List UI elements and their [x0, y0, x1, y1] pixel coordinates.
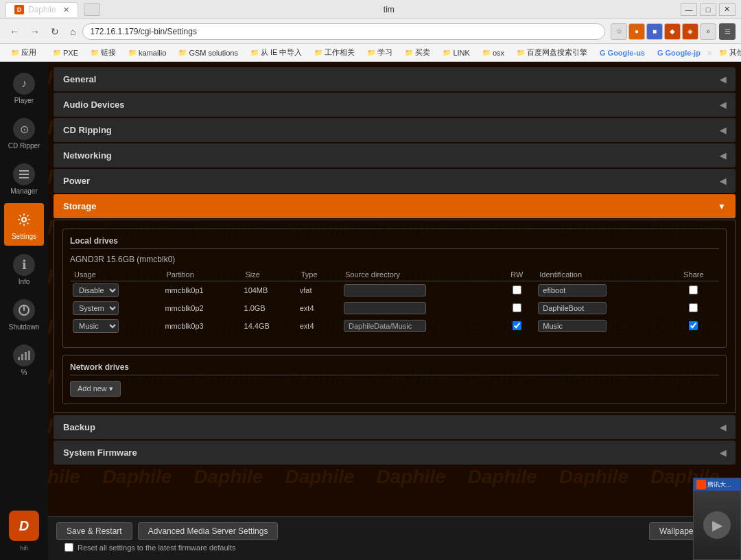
cd-arrow-icon: ◀: [720, 126, 726, 135]
sidebar: ♪ Player ⊙ CD Ripper Manager Settings ℹ …: [0, 62, 48, 560]
table-row: Disable System Music mmcblk0p3 14.4GB ex…: [70, 317, 719, 335]
section-general[interactable]: General ◀: [54, 67, 736, 91]
bookmarks-bar: 应用 PXE 链接 kamailio GSM solutions 从 IE 中导…: [0, 44, 741, 62]
sidebar-item-stats[interactable]: %: [4, 339, 44, 382]
bookmark-google-us[interactable]: G Google-us: [594, 47, 650, 58]
th-id: Identification: [535, 268, 668, 281]
back-btn[interactable]: ←: [5, 25, 23, 38]
bookmark-link[interactable]: LINK: [437, 47, 475, 58]
bookmark-buy[interactable]: 买卖: [399, 46, 436, 59]
advanced-media-btn[interactable]: Advanced Media Server Settings: [138, 522, 279, 540]
rw-check-2[interactable]: [513, 321, 521, 330]
th-source: Source directory: [341, 268, 498, 281]
bookmark-work[interactable]: 工作相关: [309, 46, 360, 59]
bookmark-pxe[interactable]: PXE: [47, 47, 84, 58]
usage-select-1[interactable]: Disable System Music: [73, 301, 119, 315]
type-0: vfat: [297, 281, 341, 300]
partition-0: mmcblk0p1: [162, 281, 241, 300]
section-cd-ripping[interactable]: CD Ripping ◀: [54, 118, 736, 142]
minimize-btn[interactable]: —: [681, 3, 697, 16]
local-drives-panel: Local drives AGND3R 15.6GB (mmcblk0) Usa…: [62, 229, 727, 348]
sidebar-label-manager: Manager: [10, 187, 37, 195]
corner-popup-content: ▶: [694, 491, 740, 559]
share-check-1[interactable]: [689, 303, 698, 312]
firmware-arrow-icon: ◀: [720, 448, 726, 458]
close-btn[interactable]: ✕: [719, 3, 736, 16]
ext-icon-4[interactable]: ◈: [682, 23, 698, 40]
bookmark-gsm[interactable]: GSM solutions: [173, 47, 244, 58]
star-btn[interactable]: ☆: [611, 23, 627, 40]
address-bar[interactable]: [82, 23, 605, 40]
th-rw: RW: [498, 268, 535, 281]
id-input-0[interactable]: [538, 284, 607, 296]
sidebar-item-settings[interactable]: Settings: [4, 203, 44, 246]
reset-checkbox[interactable]: [64, 543, 73, 552]
usage-select-0[interactable]: Disable System Music: [73, 283, 119, 297]
section-firmware[interactable]: System Firmware ◀: [54, 441, 736, 465]
page-wrapper: General ◀ Audio Devices ◀ CD Ripping ◀ N…: [48, 62, 741, 560]
section-networking[interactable]: Networking ◀: [54, 143, 736, 167]
ext-icon-2[interactable]: ■: [646, 23, 663, 40]
source-dir-1[interactable]: [344, 302, 426, 314]
section-audio-devices[interactable]: Audio Devices ◀: [54, 93, 736, 117]
sidebar-item-cd-ripper[interactable]: ⊙ CD Ripper: [4, 113, 44, 155]
maximize-btn[interactable]: □: [700, 3, 716, 16]
corner-popup: 腾讯大... ▶: [693, 478, 741, 560]
popup-thumbnail: ▶: [694, 491, 740, 559]
sidebar-item-manager[interactable]: Manager: [4, 158, 44, 200]
share-check-2[interactable]: [689, 321, 698, 330]
section-storage[interactable]: Storage ▼: [54, 194, 736, 218]
refresh-btn[interactable]: ↻: [47, 25, 63, 38]
power-arrow-icon: ◀: [720, 176, 726, 186]
source-dir-0[interactable]: [344, 284, 426, 296]
bookmark-google-jp[interactable]: G Google-jp: [652, 47, 706, 58]
ext-icon-3[interactable]: ◆: [664, 23, 681, 40]
id-input-1[interactable]: [538, 302, 607, 314]
bookmark-kamailio[interactable]: kamailio: [123, 47, 172, 58]
popup-icon: ▶: [703, 511, 731, 539]
more-btn[interactable]: »: [700, 23, 716, 40]
share-check-0[interactable]: [689, 285, 698, 294]
section-firmware-label: System Firmware: [63, 447, 137, 458]
sidebar-label-info: Info: [19, 278, 30, 285]
bookmark-baidu[interactable]: 百度网盘搜索引擎: [511, 46, 593, 59]
usage-select-2[interactable]: Disable System Music: [73, 319, 119, 333]
section-power[interactable]: Power ◀: [54, 169, 736, 193]
corner-popup-header: 腾讯大...: [694, 478, 740, 491]
sidebar-item-shutdown[interactable]: Shutdown: [4, 294, 44, 336]
browser-tab[interactable]: D Daphile ✕: [5, 2, 78, 17]
source-dir-2[interactable]: [344, 320, 426, 332]
shutdown-icon: [13, 299, 35, 321]
button-row: Save & Restart Advanced Media Server Set…: [56, 522, 733, 540]
brand-text: hifi: [20, 545, 28, 552]
id-input-2[interactable]: [538, 320, 607, 332]
section-backup[interactable]: Backup ◀: [54, 415, 736, 439]
table-row: Disable System Music mmcblk0p2 1.0GB ext…: [70, 299, 719, 317]
bookmark-ie[interactable]: 从 IE 中导入: [245, 46, 308, 59]
bookmark-study[interactable]: 学习: [362, 46, 398, 59]
bookmark-other[interactable]: 其他书签: [714, 46, 741, 59]
svg-rect-1: [19, 174, 29, 175]
section-storage-label: Storage: [63, 201, 96, 211]
bookmark-osx[interactable]: osx: [477, 47, 510, 58]
home-btn[interactable]: ⌂: [66, 25, 80, 38]
bookmark-apps[interactable]: 应用: [5, 46, 42, 59]
svg-rect-2: [19, 177, 29, 178]
browser-navbar: ← → ↻ ⌂ ☆ ● ■ ◆ ◈ » ☰: [0, 19, 741, 44]
save-restart-btn[interactable]: Save & Restart: [56, 522, 132, 540]
ext-icon-1[interactable]: ●: [628, 23, 645, 40]
sidebar-label-stats: %: [21, 369, 27, 376]
forward-btn[interactable]: →: [26, 25, 44, 38]
tab-close-btn[interactable]: ✕: [63, 5, 69, 14]
size-2: 14.4GB: [242, 317, 297, 335]
menu-btn[interactable]: ☰: [719, 23, 736, 40]
sidebar-item-player[interactable]: ♪ Player: [4, 67, 44, 110]
bookmark-links[interactable]: 链接: [85, 46, 121, 59]
new-tab-area[interactable]: [84, 3, 100, 16]
rw-check-0[interactable]: [513, 285, 521, 294]
svg-rect-7: [25, 352, 27, 360]
sidebar-item-info[interactable]: ℹ Info: [4, 248, 44, 291]
rw-check-1[interactable]: [513, 303, 521, 312]
add-new-btn[interactable]: Add new ▾: [70, 381, 121, 397]
bookmarks-more[interactable]: »: [707, 48, 712, 58]
